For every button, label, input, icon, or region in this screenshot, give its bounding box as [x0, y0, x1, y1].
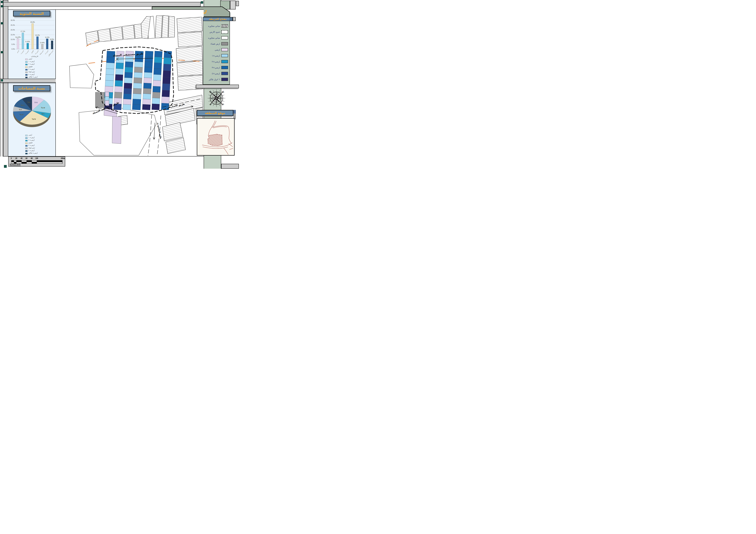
- bar-value-label: 17.1%: [19, 31, 26, 32]
- parcel: [154, 63, 162, 69]
- parcel: [143, 83, 151, 89]
- map-key-item-label: ٦ ادوار فاكثر: [209, 78, 220, 81]
- map-key-item: ٦ ادوار فاكثر: [203, 78, 230, 81]
- parcel: [115, 74, 123, 81]
- parcel: [114, 92, 122, 98]
- parcel: [134, 72, 143, 78]
- core-column-5: [152, 51, 162, 110]
- parcel: [105, 80, 114, 87]
- legend-item: أرضي+ ٤: [25, 74, 50, 76]
- pie-slice-label: %١٣: [19, 114, 24, 116]
- pie-slice-label: ٪١١: [34, 101, 38, 104]
- parcel: [152, 98, 160, 104]
- legend-swatch: [25, 64, 28, 65]
- legend-label: أرضي+ ٣: [29, 145, 35, 146]
- map-key-item-swatch: [221, 42, 228, 45]
- bar-6: [46, 39, 48, 49]
- legend-item: ارض فضاء: [25, 71, 50, 74]
- frame-left-cross-band: [0, 79, 63, 83]
- map-key-item-label: ارضي+١: [212, 55, 220, 57]
- charts-panel: النسبة المئوية النسبة 0.0%5.0%10.0%15.0%…: [8, 10, 56, 157]
- percent-chart-title: النسبة المئوية: [20, 12, 44, 15]
- bar-4: [37, 37, 39, 49]
- y-tick-label: 15.0%: [9, 34, 15, 36]
- parcel: [105, 74, 114, 81]
- scale-cell: [37, 161, 62, 162]
- legend-swatch: [25, 66, 28, 68]
- map-key-item-label: ارضي+٣: [212, 66, 220, 69]
- legend-label: أرضي+ ١: [29, 137, 35, 139]
- pie-slice-label: %٦: [41, 113, 44, 115]
- y-tick-label: 10.0%: [9, 39, 15, 40]
- city-map-svg: طريق مستشفى المسله طريق مستشفى المسله طر…: [56, 10, 204, 156]
- map-key-item-swatch: [221, 30, 228, 34]
- scale-cell: [32, 162, 37, 164]
- bar-value-label: 26.8%: [29, 21, 36, 23]
- y-tick-label: 0.0%: [9, 48, 15, 50]
- scale-number: 60: [26, 157, 27, 159]
- location-banner: موقع المنطقة: [197, 110, 233, 116]
- legend-item: الطرق: [25, 142, 50, 145]
- legend-swatch: [25, 153, 28, 154]
- parcel: [145, 56, 153, 62]
- legend-swatch: [25, 148, 28, 149]
- frame-top-bar: [3, 2, 201, 7]
- parcel: [153, 86, 161, 92]
- compass-ne: NE: [221, 97, 223, 99]
- legend-swatch: [25, 74, 28, 76]
- bar-legend: أرضيأرضي+ ١أرضي+ ٢الطرقأرضي+ ٣ارض فضاءأر…: [25, 58, 50, 79]
- parcel: [152, 104, 160, 110]
- pie-chart: ٪١١%١٧%٦%٢٧%١٣%٦%١١%٩: [10, 93, 54, 134]
- parcel: [105, 86, 113, 92]
- areas-chart-title: نسبة المساحات: [18, 86, 45, 90]
- parcel: [133, 94, 141, 99]
- parcel: [153, 68, 161, 75]
- map-key-item: ارضي+٢: [203, 60, 230, 63]
- scale-number: 100: [35, 157, 38, 159]
- road-label-mahmoudiya: طلعة المحموديه: [157, 122, 162, 139]
- map-key-item: ارضي: [203, 48, 230, 51]
- map-key-item: ارضي+١: [203, 54, 230, 57]
- bar-3: [32, 23, 34, 49]
- pie-slice-label: %١١: [21, 104, 25, 106]
- map-key-item-label: ارضي+٤: [212, 72, 220, 75]
- parcel: [163, 70, 171, 77]
- parcel: [164, 58, 172, 64]
- parcel: [135, 56, 143, 62]
- y-tick-label: 25.0%: [9, 24, 15, 26]
- pie-slice-label: %٦: [19, 109, 22, 111]
- parcel: [134, 67, 143, 73]
- compass-rose: N S W E NW NE SW SE: [207, 89, 226, 108]
- legend-swatch: [25, 69, 28, 70]
- parcel: [134, 62, 143, 67]
- parcel: [144, 67, 152, 73]
- scale-cell: [22, 162, 27, 164]
- parcel: [125, 62, 133, 67]
- map-key-item: مباني مجاوره: [203, 36, 230, 39]
- parcel: [123, 104, 131, 110]
- frame-green-square: [1, 51, 3, 53]
- parcel: [123, 99, 131, 105]
- parcel: [143, 99, 151, 105]
- bar-value-label: 13.2%: [34, 34, 41, 36]
- scale-bar-caption: SCALE BAR: [10, 163, 20, 166]
- bar-2: [27, 43, 29, 49]
- legend-item: أرضي+ ٣: [25, 68, 50, 71]
- map-key-item-swatch: [221, 72, 228, 75]
- frame-green-square: [1, 79, 3, 82]
- location-mini-map: [197, 118, 234, 156]
- gridline: [15, 25, 55, 25]
- legend-label: أرضي+ ٤: [29, 150, 35, 151]
- parcel: [125, 56, 133, 62]
- city-map: طريق مستشفى المسله طريق مستشفى المسله طر…: [56, 10, 204, 157]
- frame-corner-block: [236, 1, 239, 6]
- map-key-banner-gray: [233, 17, 236, 21]
- legend-swatch: [25, 140, 28, 141]
- bar-legend-title: الارتفاعات: [31, 55, 38, 57]
- legend-swatch: [25, 150, 28, 152]
- parcel: [133, 88, 142, 94]
- pie-slice-label: %٢٧: [32, 118, 36, 120]
- legend-label: أرضي+ ٣: [29, 68, 35, 70]
- parcel: [163, 77, 171, 84]
- parcel: [116, 57, 124, 63]
